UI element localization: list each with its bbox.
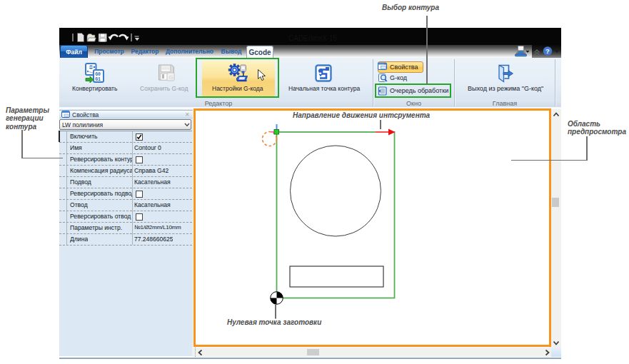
svg-text:G: G [169,74,173,81]
svg-text:G0: G0 [95,72,101,77]
svg-text:?: ? [545,47,550,55]
svg-text:G1: G1 [95,77,101,82]
